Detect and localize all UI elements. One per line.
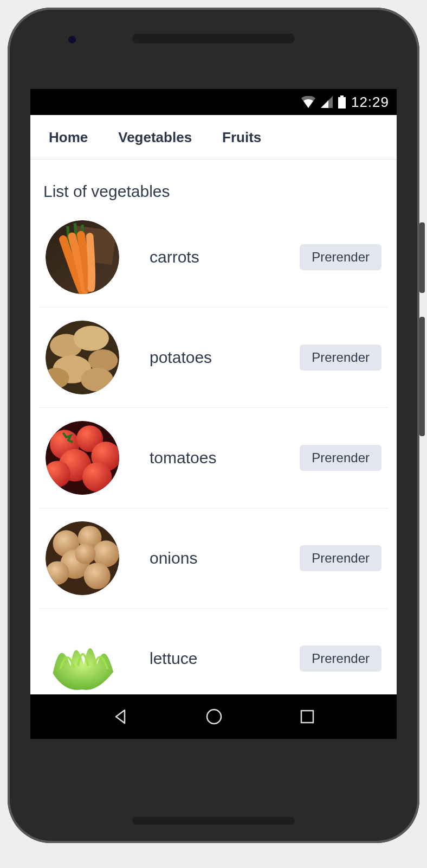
nav-home-button[interactable]: [205, 707, 223, 726]
screen: 12:29 Home Vegetables Fruits List of veg…: [30, 89, 397, 739]
list-item[interactable]: potatoes Prerender: [39, 308, 388, 408]
svg-point-28: [46, 561, 69, 585]
page-title: List of vegetables: [30, 159, 397, 207]
item-thumbnail-carrots: [46, 220, 119, 294]
bottom-speaker: [132, 817, 295, 825]
front-camera: [68, 36, 76, 43]
nav-recent-apps-button[interactable]: [299, 709, 315, 725]
svg-point-8: [74, 326, 109, 351]
prerender-button[interactable]: Prerender: [300, 545, 381, 571]
svg-point-27: [84, 563, 111, 589]
svg-point-9: [88, 349, 118, 372]
prerender-button[interactable]: Prerender: [300, 445, 381, 471]
cell-signal-icon: [321, 96, 333, 108]
nav-back-button[interactable]: [112, 708, 129, 725]
svg-point-11: [81, 368, 113, 392]
item-thumbnail-lettuce: [46, 622, 119, 695]
tab-home[interactable]: Home: [49, 129, 88, 146]
prerender-button[interactable]: Prerender: [300, 344, 381, 371]
list-item[interactable]: tomatoes Prerender: [39, 408, 388, 508]
earpiece-speaker: [132, 34, 295, 43]
item-thumbnail-potatoes: [46, 321, 119, 394]
status-bar: 12:29: [30, 89, 397, 115]
android-nav-bar: [30, 694, 397, 739]
list-item[interactable]: carrots Prerender: [39, 207, 388, 308]
item-thumbnail-onions: [46, 521, 119, 595]
list-item[interactable]: lettuce Prerender: [39, 609, 388, 709]
item-thumbnail-tomatoes: [46, 421, 119, 495]
vegetable-list: carrots Prerender po: [30, 207, 397, 709]
tab-fruits[interactable]: Fruits: [222, 129, 261, 146]
item-name: potatoes: [119, 348, 300, 367]
phone-frame: 12:29 Home Vegetables Fruits List of veg…: [8, 8, 419, 843]
item-name: onions: [119, 549, 300, 567]
item-name: carrots: [119, 248, 300, 266]
svg-point-19: [82, 462, 112, 492]
svg-point-32: [207, 710, 221, 724]
item-name: lettuce: [119, 649, 300, 668]
svg-rect-0: [340, 95, 344, 97]
top-nav: Home Vegetables Fruits: [30, 115, 397, 159]
status-time: 12:29: [351, 94, 389, 111]
wifi-icon: [301, 96, 315, 108]
battery-icon: [338, 95, 346, 108]
svg-point-29: [75, 544, 95, 564]
prerender-button[interactable]: Prerender: [300, 646, 381, 672]
svg-rect-33: [301, 711, 313, 723]
item-name: tomatoes: [119, 449, 300, 467]
tab-vegetables[interactable]: Vegetables: [118, 129, 192, 146]
prerender-button[interactable]: Prerender: [300, 244, 381, 270]
svg-rect-1: [338, 97, 346, 108]
list-item[interactable]: onions Prerender: [39, 508, 388, 609]
